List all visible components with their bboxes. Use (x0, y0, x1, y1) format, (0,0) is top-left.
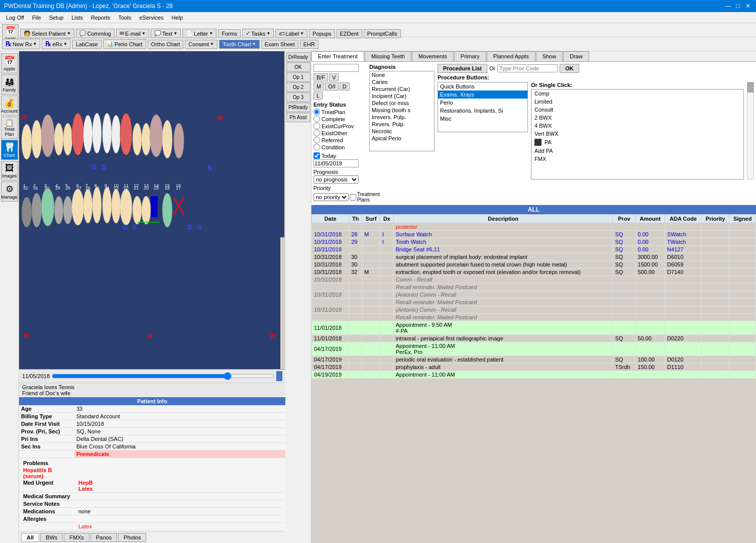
proc-code-input[interactable] (497, 64, 558, 72)
table-row[interactable]: 10/31/2018(Antonio) Comm - Recall (312, 306, 756, 314)
letter-button[interactable]: 📄 Letter ▼ (182, 29, 217, 38)
sc-2bwx[interactable]: 2 BWX (531, 114, 743, 122)
table-row[interactable]: Recall reminder. Mailed Postcard (312, 299, 756, 306)
tab-all[interactable]: All (21, 533, 39, 542)
proc-list-button[interactable]: Procedure List (438, 64, 487, 73)
table-row[interactable]: 10/31/201832Mextraction, erupted tooth o… (312, 268, 756, 276)
existother-radio[interactable] (313, 130, 320, 136)
diag-none[interactable]: None (370, 71, 434, 78)
tab-photos[interactable]: Photos (118, 533, 146, 542)
op3-button[interactable]: Op 3 (286, 93, 310, 102)
popups-button[interactable]: Popups (309, 29, 335, 38)
sc-4bwx[interactable]: 4 BWX (531, 122, 743, 130)
priority-select[interactable]: no priority 1 2 3 (313, 193, 349, 201)
tab-fmxs[interactable]: FMXs (64, 533, 89, 542)
ortho-chart-button[interactable]: Ortho Chart (148, 40, 183, 49)
maximize-button[interactable]: □ (734, 2, 742, 10)
quick-btn-list[interactable]: Quick Buttons Exams, Xrays Perio Restora… (438, 82, 528, 132)
sc-pa[interactable]: PA (531, 138, 743, 147)
tab-panos[interactable]: Panos (90, 533, 117, 542)
table-row[interactable]: 11/01/2018Appointment - 9:50 AM#-PA (312, 321, 756, 335)
diag-incipient[interactable]: Incipient (Car) (370, 93, 434, 100)
sidebar-manage[interactable]: ⚙ Manage (1, 182, 18, 202)
sidebar-images[interactable]: 🖼 Images (1, 161, 18, 180)
oi-button[interactable]: O/I (325, 82, 339, 90)
single-click-list[interactable]: Comp Limited Consult 2 BWX 4 BWX Vert BW… (531, 89, 744, 179)
select-patient-button[interactable]: 🧑 Select Patient ▼ (20, 29, 74, 38)
treatment-table-scroll[interactable]: Date Th Surf Dx Description Prov Amount … (311, 214, 756, 543)
condition-radio[interactable] (313, 144, 320, 150)
l-button[interactable]: L (313, 92, 322, 100)
sc-comp[interactable]: Comp (531, 89, 743, 98)
proc-ok-button[interactable]: OK (560, 64, 579, 73)
consent-button[interactable]: Consent ▼ (185, 40, 218, 49)
table-row[interactable]: 04/17/2019prophylaxis - adultTSrdh150.00… (312, 364, 756, 371)
table-row[interactable]: 10/31/201829ITooth WatchSQ0.00TWatch (312, 238, 756, 246)
qb-misc[interactable]: Misc (438, 115, 527, 123)
diag-revers[interactable]: Revers. Pulp. (370, 121, 434, 128)
menu-reports[interactable]: Reports (87, 14, 115, 22)
perio-chart-button[interactable]: 📊 Perio Chart (103, 39, 146, 49)
referred-radio[interactable] (313, 137, 320, 143)
d-button[interactable]: D (340, 82, 350, 90)
treatplan-checkbox[interactable] (350, 194, 356, 201)
complete-radio[interactable] (313, 116, 320, 122)
tasks-button[interactable]: ✓Tasks▼ (242, 29, 274, 38)
diagnosis-list[interactable]: None Caries Recurrent (Car) Incipient (C… (369, 71, 435, 151)
bf-button[interactable]: B/F (313, 73, 328, 81)
labcase-button[interactable]: LabCase (72, 40, 101, 49)
ezdent-button[interactable]: EZDent (337, 29, 362, 38)
qb-quickbtns[interactable]: Quick Buttons (438, 82, 527, 90)
tooth-chart-button[interactable]: Tooth Chart ▼ (219, 40, 260, 49)
text-button[interactable]: 💭 Text ▼ (151, 29, 181, 38)
phasst-button[interactable]: Ph Asst (286, 113, 310, 122)
ok-button[interactable]: OK (286, 62, 310, 72)
prognosis-select[interactable]: no prognosis Good Fair Poor (313, 175, 359, 184)
treatplan-radio[interactable] (313, 109, 320, 115)
forms-button[interactable]: Forms (218, 29, 241, 38)
tab-missing-teeth[interactable]: Missing Teeth (365, 51, 411, 61)
sc-vertbwx[interactable]: Vert BWX (531, 130, 743, 138)
table-row[interactable]: 10/31/201828MISurface WatchSQ0.00SWatch (312, 231, 756, 238)
qb-perio[interactable]: Perio (438, 99, 527, 107)
table-row[interactable]: 04/17/2019Appointment - 11:00 AMPerEx, P… (312, 342, 756, 356)
ehr-button[interactable]: EHR (300, 40, 318, 49)
v-button[interactable]: V (329, 73, 339, 81)
table-row[interactable]: 10/31/2018Bridge Seat #6,11SQ0.00N4127 (312, 246, 756, 253)
tab-bws[interactable]: BWs (40, 533, 63, 542)
sidebar-appts[interactable]: 📅 Appts (1, 53, 18, 73)
tab-draw[interactable]: Draw (563, 51, 589, 61)
diag-recurrent[interactable]: Recurrent (Car) (370, 85, 434, 93)
table-row[interactable]: posterior (312, 223, 756, 231)
table-row[interactable]: Recall reminder. Mailed Postcard (312, 314, 756, 321)
tooth-chart-canvas[interactable]: 32 31 30 29 28 27 26 25 24 23 22 21 20 1… (19, 51, 280, 369)
sc-addpa[interactable]: Add PA (531, 147, 743, 155)
promptcalls-button[interactable]: PromptCalls (364, 29, 401, 38)
op1-button[interactable]: Op 1 (286, 72, 310, 82)
menu-lists[interactable]: Lists (67, 14, 87, 22)
diag-missing[interactable]: Missing (tooth s (370, 107, 434, 114)
erx-button[interactable]: ℞ eRx ▼ (42, 39, 70, 49)
diag-apical[interactable]: Apical Perio (370, 135, 434, 142)
single-click-scrollbar[interactable] (747, 82, 754, 179)
ptready-button[interactable]: PtReady (286, 103, 310, 112)
diag-irrevers[interactable]: Irrevers. Pulp. (370, 114, 434, 121)
table-row[interactable]: 10/31/2018(Antonio) Comm - Recall (312, 291, 756, 299)
qb-rest[interactable]: Restorations, Implants, Si (438, 107, 527, 115)
menu-tools[interactable]: Tools (115, 14, 136, 22)
treatment-code-input[interactable] (313, 64, 359, 72)
menu-help[interactable]: Help (168, 14, 187, 22)
tab-primary[interactable]: Primary (454, 51, 486, 61)
table-row[interactable]: Recall reminder. Mailed Postcard (312, 284, 756, 291)
table-row[interactable]: 04/17/2019periodic oral evaluation - est… (312, 356, 756, 364)
m-button[interactable]: M (313, 82, 324, 90)
sc-limited[interactable]: Limited (531, 98, 743, 106)
table-row[interactable]: 10/31/201830abutment supported porcelain… (312, 261, 756, 268)
tab-planned-appts[interactable]: Planned Appts (487, 51, 535, 61)
table-row[interactable]: 04/19/2019Appointment - 11:00 AM (312, 371, 756, 379)
date-input[interactable] (313, 159, 359, 167)
drready-button[interactable]: DrReady (286, 52, 310, 62)
sidebar-account[interactable]: 💰 Account (1, 96, 18, 116)
label-button[interactable]: 🏷Label▼ (275, 29, 307, 38)
table-row[interactable]: 11/01/2018intraoral - periapical first r… (312, 335, 756, 342)
